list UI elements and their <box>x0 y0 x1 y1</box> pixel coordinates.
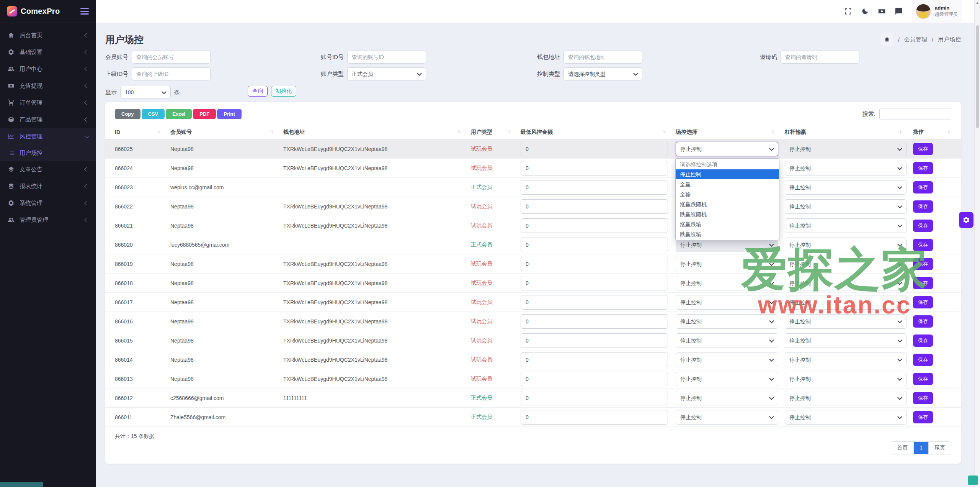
sidebar-item-home[interactable]: 后台首页 <box>0 27 96 44</box>
min-risk-amount-input[interactable] <box>521 218 668 233</box>
leverage-select[interactable]: 停止控制 <box>785 314 906 329</box>
dropdown-option[interactable]: 跌赢涨随机 <box>676 209 779 219</box>
leverage-select[interactable]: 停止控制 <box>785 218 906 233</box>
scrollbar-up-arrow[interactable] <box>976 2 979 4</box>
save-button[interactable]: 保存 <box>913 392 933 404</box>
sidebar-item-user-center[interactable]: 用户中心 <box>0 61 96 77</box>
reset-button[interactable]: 初始化 <box>271 86 296 97</box>
sidebar-item-order-management[interactable]: 订单管理 <box>0 94 96 111</box>
query-button[interactable]: 查询 <box>248 86 268 97</box>
print-button[interactable]: Print <box>217 109 242 119</box>
leverage-select[interactable]: 停止控制 <box>785 391 906 405</box>
parent-id-input[interactable] <box>132 67 211 80</box>
save-button[interactable]: 保存 <box>913 162 933 174</box>
show-count-select[interactable]: 100 <box>120 86 171 99</box>
col-actions[interactable]: 操作↑↓ <box>913 125 961 139</box>
dropdown-option[interactable]: 停止控制 <box>676 169 779 179</box>
sidebar-subitem-user-field-control[interactable]: 用户场控 <box>0 145 96 161</box>
sort-icon[interactable]: ↑↓ <box>899 129 902 134</box>
min-risk-amount-input[interactable] <box>521 161 668 175</box>
min-risk-amount-input[interactable] <box>521 180 668 195</box>
dropdown-option[interactable]: 全输 <box>676 189 779 199</box>
min-risk-amount-input[interactable] <box>521 295 668 310</box>
fullscreen-icon[interactable] <box>840 3 856 20</box>
sort-icon[interactable]: ↑↓ <box>771 129 774 134</box>
field-control-select[interactable]: 停止控制 <box>676 410 778 425</box>
breadcrumb-member-management[interactable]: 会员管理 <box>904 36 927 43</box>
hamburger-menu-icon[interactable] <box>80 7 89 16</box>
sidebar-item-system-management[interactable]: 系统管理 <box>0 195 96 212</box>
user-menu[interactable]: admin 超级管理员 <box>912 0 962 23</box>
field-control-select[interactable]: 停止控制 <box>676 391 778 405</box>
sidebar-item-product-management[interactable]: 产品管理 <box>0 111 96 128</box>
dropdown-option[interactable]: 涨赢跌输 <box>676 219 779 229</box>
pagination-first[interactable]: 首页 <box>891 442 914 454</box>
sidebar-horizontal-scrollbar[interactable] <box>0 482 43 487</box>
field-control-select[interactable]: 停止控制 <box>676 142 778 156</box>
sidebar-item-report-statistics[interactable]: 报表统计 <box>0 178 96 195</box>
min-risk-amount-input[interactable] <box>521 314 668 329</box>
col-leverage-winloss[interactable]: 杠杆输赢↑↓ <box>785 125 913 139</box>
min-risk-amount-input[interactable] <box>521 142 668 156</box>
col-wallet-address[interactable]: 钱包地址↑↓ <box>283 125 471 139</box>
save-button[interactable]: 保存 <box>913 277 933 289</box>
pagination-last[interactable]: 尾页 <box>929 442 951 454</box>
sidebar-item-recharge-withdraw[interactable]: 充值提现 <box>0 77 96 94</box>
breadcrumb-home-icon[interactable] <box>880 33 893 46</box>
col-field-control[interactable]: 场控选择↑↓ <box>676 125 785 139</box>
leverage-select[interactable]: 停止控制 <box>785 276 906 290</box>
field-control-select[interactable]: 停止控制 <box>676 353 778 367</box>
pagination-page-1[interactable]: 1 <box>914 442 929 454</box>
copy-button[interactable]: Copy <box>115 109 140 119</box>
save-button[interactable]: 保存 <box>913 258 933 270</box>
scrollbar-thumb[interactable] <box>976 25 979 128</box>
leverage-select[interactable]: 停止控制 <box>785 410 906 425</box>
leverage-select[interactable]: 停止控制 <box>785 180 906 195</box>
min-risk-amount-input[interactable] <box>521 372 668 386</box>
pdf-button[interactable]: PDF <box>193 109 216 119</box>
min-risk-amount-input[interactable] <box>521 353 668 367</box>
col-min-risk-amount[interactable]: 最低风控金额↑↓ <box>521 125 676 139</box>
excel-button[interactable]: Excel <box>166 109 192 119</box>
save-button[interactable]: 保存 <box>913 181 933 193</box>
min-risk-amount-input[interactable] <box>521 333 668 348</box>
min-risk-amount-input[interactable] <box>521 238 668 252</box>
sort-icon[interactable]: ↑↓ <box>457 129 460 134</box>
leverage-select[interactable]: 停止控制 <box>785 295 906 310</box>
save-button[interactable]: 保存 <box>913 411 933 423</box>
sort-icon[interactable]: ↑↓ <box>947 129 950 134</box>
min-risk-amount-input[interactable] <box>521 391 668 405</box>
save-button[interactable]: 保存 <box>913 296 933 308</box>
sort-icon[interactable]: ↑↓ <box>270 129 273 134</box>
min-risk-amount-input[interactable] <box>521 257 668 271</box>
field-control-select[interactable]: 停止控制 <box>676 314 778 329</box>
save-button[interactable]: 保存 <box>913 315 933 328</box>
moon-icon[interactable] <box>856 3 873 20</box>
leverage-select[interactable]: 停止控制 <box>785 199 906 214</box>
save-button[interactable]: 保存 <box>913 200 933 213</box>
field-control-select[interactable]: 停止控制 <box>676 276 778 290</box>
save-button[interactable]: 保存 <box>913 143 933 155</box>
field-control-select[interactable]: 停止控制 <box>676 295 778 310</box>
sort-icon[interactable]: ↑↓ <box>507 129 510 134</box>
save-button[interactable]: 保存 <box>913 373 933 385</box>
leverage-select[interactable]: 停止控制 <box>785 353 906 367</box>
member-account-input[interactable] <box>132 51 211 64</box>
dropdown-option[interactable]: 跌赢涨输 <box>676 229 779 239</box>
sidebar-item-admin-management[interactable]: 管理员管理 <box>0 212 96 228</box>
account-id-input[interactable] <box>347 51 426 64</box>
sidebar-item-risk-management[interactable]: 风控管理 <box>0 128 96 145</box>
control-type-select[interactable]: 请选择控制类型 <box>564 67 642 80</box>
min-risk-amount-input[interactable] <box>521 276 668 290</box>
sidebar-item-article-announcement[interactable]: 文章公告 <box>0 161 96 178</box>
save-button[interactable]: 保存 <box>913 239 933 251</box>
dropdown-option[interactable]: 涨赢跌随机 <box>676 199 779 209</box>
cash-icon[interactable] <box>873 3 890 20</box>
save-button[interactable]: 保存 <box>913 220 933 232</box>
sort-icon[interactable]: ↑↓ <box>662 129 665 134</box>
leverage-select[interactable]: 停止控制 <box>785 333 906 348</box>
dropdown-option[interactable]: 请选择控制选项 <box>676 159 779 169</box>
min-risk-amount-input[interactable] <box>521 199 668 214</box>
wallet-address-input[interactable] <box>564 51 642 64</box>
account-type-select[interactable]: 正式会员 <box>347 67 426 80</box>
